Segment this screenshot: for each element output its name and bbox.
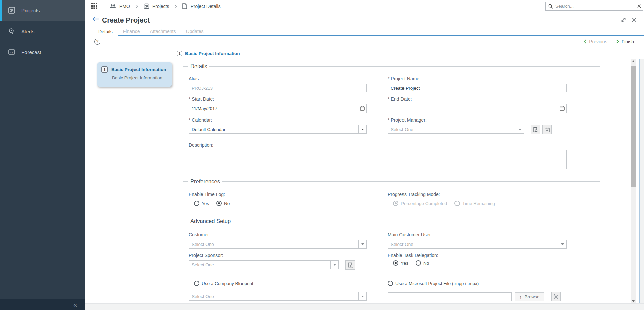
close-icon[interactable] xyxy=(632,17,637,23)
chevron-right-icon xyxy=(616,39,619,44)
page-icon xyxy=(182,3,187,9)
step-title: Basic Project Information xyxy=(111,67,166,72)
projects-icon xyxy=(8,7,15,14)
upload-arrow-icon: ↑ xyxy=(519,294,522,300)
scrollbar-thumb[interactable] xyxy=(631,66,636,187)
project-name-input[interactable] xyxy=(388,84,567,92)
chevron-left-icon xyxy=(584,39,586,44)
description-textarea[interactable] xyxy=(189,150,567,169)
help-icon[interactable]: ? xyxy=(94,39,100,45)
radio-label: Yes xyxy=(401,261,408,266)
project-manager-select-value: Select One xyxy=(391,127,413,132)
step-subtitle: Basic Project Information xyxy=(112,75,168,80)
previous-button[interactable]: Previous xyxy=(584,39,607,44)
breadcrumb: PMO Projects xyxy=(110,3,221,9)
step-panel-basic-info[interactable]: 1 Basic Project Information Basic Projec… xyxy=(97,62,172,87)
end-date-input[interactable] xyxy=(388,104,558,113)
breadcrumb-chevron-icon xyxy=(136,4,138,8)
scroll-down-arrow[interactable] xyxy=(632,300,635,302)
finish-button[interactable]: Finish xyxy=(616,39,634,44)
project-sponsor-select[interactable]: Select One xyxy=(189,260,339,269)
calendar-select[interactable]: Default Calendar xyxy=(189,125,367,134)
progress-time-remaining-radio: Time Remaining xyxy=(454,201,495,206)
finish-label: Finish xyxy=(622,39,634,44)
svg-text:$: $ xyxy=(12,51,13,54)
customer-select[interactable]: Select One xyxy=(189,240,367,249)
project-manager-label: * Project Manager: xyxy=(388,117,567,123)
form-panel-gutter xyxy=(640,59,644,303)
radio-label: Use a Company Blueprint xyxy=(202,281,253,286)
tab-attachments[interactable]: Attachments xyxy=(145,27,181,36)
blueprint-select-value: Select One xyxy=(192,294,214,299)
breadcrumb-item-project-details[interactable]: Project Details xyxy=(182,3,220,9)
lookup-icon xyxy=(348,262,353,268)
app-grid-icon[interactable] xyxy=(91,3,97,9)
app-window: Projects Alerts $ Forecast « xyxy=(0,0,644,310)
search-clear-button[interactable] xyxy=(635,2,643,11)
page-title: Create Project xyxy=(102,16,150,24)
sidebar-item-label: Forecast xyxy=(21,49,41,55)
toolbar-divider xyxy=(105,39,105,45)
close-icon xyxy=(637,4,641,8)
tab-updates[interactable]: Updates xyxy=(181,27,208,36)
radio-label: Yes xyxy=(202,201,209,206)
sidebar: Projects Alerts $ Forecast « xyxy=(0,0,85,310)
project-manager-lookup-button[interactable] xyxy=(531,125,540,134)
search-input[interactable] xyxy=(555,4,632,9)
sidebar-item-projects[interactable]: Projects xyxy=(0,0,85,21)
radio-icon xyxy=(194,281,199,286)
browse-button[interactable]: ↑ Browse xyxy=(515,292,544,301)
end-date-calendar-icon[interactable] xyxy=(558,104,566,113)
back-arrow-icon[interactable] xyxy=(92,16,100,23)
project-file-input[interactable] xyxy=(388,292,512,301)
start-date-calendar-icon[interactable] xyxy=(358,104,366,113)
dropdown-arrow-icon[interactable] xyxy=(358,240,366,248)
form-scrollbar[interactable] xyxy=(631,59,636,303)
sidebar-collapse-icon[interactable]: « xyxy=(73,301,77,308)
time-log-yes-radio[interactable]: Yes xyxy=(194,201,209,206)
main-customer-user-select: Select One xyxy=(388,240,567,249)
tab-details[interactable]: Details xyxy=(93,27,118,37)
customer-select-value: Select One xyxy=(192,242,214,247)
breadcrumb-item-projects[interactable]: Projects xyxy=(144,3,169,9)
wizard-toolbar: ? Previous Finish xyxy=(85,36,644,47)
task-delegation-no-radio[interactable]: No xyxy=(416,260,429,266)
project-manager-select[interactable]: Select One xyxy=(388,125,524,134)
company-blueprint-radio[interactable]: Use a Company Blueprint xyxy=(194,281,367,286)
details-legend: Details xyxy=(188,63,209,70)
expand-icon[interactable] xyxy=(621,17,626,23)
section-title: Basic Project Information xyxy=(185,51,240,56)
radio-checked-icon xyxy=(393,260,398,266)
project-sponsor-lookup-button[interactable] xyxy=(345,260,355,270)
form-panel-border-left xyxy=(175,59,175,303)
wizard-body: 1 Basic Project Information Basic Projec… xyxy=(85,47,644,303)
radio-icon xyxy=(194,201,199,206)
alias-input[interactable] xyxy=(189,84,367,92)
progress-percentage-radio: Percentage Completed xyxy=(393,201,447,206)
time-log-no-radio[interactable]: No xyxy=(216,201,230,206)
task-delegation-yes-radio[interactable]: Yes xyxy=(393,260,408,266)
bottom-strip xyxy=(85,303,644,310)
topbar: PMO Projects xyxy=(85,0,644,12)
search-area xyxy=(545,2,643,11)
tab-finance[interactable]: Finance xyxy=(118,27,145,36)
dropdown-arrow-icon[interactable] xyxy=(358,125,366,133)
scroll-up-arrow[interactable] xyxy=(632,60,635,62)
radio-label: No xyxy=(224,201,230,206)
start-date-input[interactable] xyxy=(189,104,358,113)
dropdown-arrow-icon[interactable] xyxy=(330,261,338,269)
preferences-fieldset: Preferences Enable Time Log: Yes No xyxy=(183,181,600,214)
sidebar-item-forecast[interactable]: $ Forecast xyxy=(0,42,85,62)
step-number-badge: 1 xyxy=(101,66,108,73)
file-tools-button[interactable] xyxy=(551,292,561,301)
sidebar-item-alerts[interactable]: Alerts xyxy=(0,21,85,42)
dropdown-arrow-icon[interactable] xyxy=(516,125,524,133)
ms-project-file-radio[interactable]: Use a Microsoft Project File (.mpp / .mp… xyxy=(388,281,567,286)
breadcrumb-label: Project Details xyxy=(190,4,220,9)
end-date-field xyxy=(388,104,567,113)
forecast-icon: $ xyxy=(8,48,15,56)
breadcrumb-item-pmo[interactable]: PMO xyxy=(110,4,130,9)
main-customer-user-select-value: Select One xyxy=(391,242,413,247)
project-manager-add-button[interactable] xyxy=(542,125,552,134)
search-icon xyxy=(548,4,553,9)
